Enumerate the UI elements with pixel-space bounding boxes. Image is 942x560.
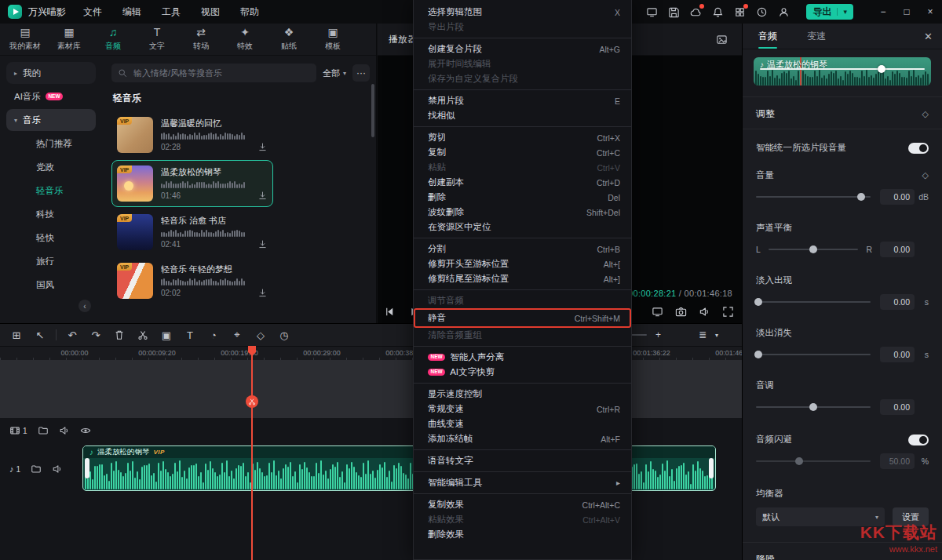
minimize-button[interactable]: − bbox=[871, 0, 895, 24]
download-icon[interactable] bbox=[257, 191, 268, 201]
redo-icon[interactable]: ↷ bbox=[84, 324, 108, 346]
bell-icon[interactable] bbox=[712, 6, 724, 18]
display-icon[interactable] bbox=[652, 306, 663, 318]
volume-value[interactable]: 0.00 bbox=[880, 189, 915, 205]
user-icon[interactable] bbox=[778, 6, 790, 18]
split-icon[interactable] bbox=[131, 324, 155, 346]
balance-slider[interactable] bbox=[769, 249, 859, 250]
marker-icon[interactable]: ⌖ bbox=[225, 324, 249, 346]
undo-icon[interactable]: ↶ bbox=[60, 324, 84, 346]
media-tab-template[interactable]: ▣模板 bbox=[311, 27, 355, 52]
keyframe-diamond-icon[interactable]: ◇ bbox=[922, 109, 929, 119]
pitch-slider[interactable] bbox=[756, 406, 871, 408]
category-item[interactable]: 国风 bbox=[6, 274, 96, 296]
smart-volume-toggle[interactable] bbox=[908, 143, 929, 154]
history-icon[interactable] bbox=[756, 6, 768, 18]
add-text-icon[interactable]: T bbox=[178, 324, 202, 346]
context-menu-item[interactable]: 波纹删除Shift+Del bbox=[414, 205, 631, 220]
filter-dropdown[interactable]: 全部▾ bbox=[323, 67, 346, 79]
search-field[interactable] bbox=[132, 67, 310, 78]
search-input[interactable] bbox=[111, 64, 316, 82]
maximize-button[interactable]: □ bbox=[895, 0, 918, 24]
menubar-item[interactable]: 帮助 bbox=[240, 5, 259, 19]
preview-image-icon[interactable] bbox=[716, 34, 728, 45]
context-menu-item[interactable]: 删除效果 bbox=[414, 527, 631, 542]
music-list-item[interactable]: VIP轻音乐 治愈 书店02:41 bbox=[111, 209, 273, 256]
download-icon[interactable] bbox=[257, 288, 268, 298]
media-tab-stock-media[interactable]: ▦素材库 bbox=[47, 27, 91, 52]
audio-clip-card[interactable]: ♪ 温柔放松的钢琴 bbox=[754, 57, 931, 85]
balance-value[interactable]: 0.00 bbox=[880, 242, 915, 257]
context-menu-item[interactable]: 语音转文字 bbox=[414, 453, 631, 468]
fade-in-slider[interactable] bbox=[756, 301, 871, 303]
folder-icon[interactable] bbox=[31, 464, 42, 475]
context-menu-item[interactable]: 智能编辑工具▸ bbox=[414, 475, 631, 490]
chevron-down-icon[interactable]: ▾ bbox=[715, 332, 718, 339]
music-list-item[interactable]: VIP温馨温暖的回忆02:28 bbox=[111, 111, 273, 158]
category-item[interactable]: 旅行 bbox=[6, 250, 96, 272]
media-tab-my-media[interactable]: ▤我的素材 bbox=[3, 27, 47, 52]
export-button[interactable]: 导出 ▾ bbox=[806, 4, 853, 20]
context-menu-item[interactable]: 选择剪辑范围X bbox=[414, 5, 631, 20]
context-menu-item[interactable]: 复制效果Ctrl+Alt+C bbox=[414, 497, 631, 512]
category-item[interactable]: 轻快 bbox=[6, 227, 96, 249]
equalizer-settings-button[interactable]: 设置 bbox=[893, 507, 929, 526]
volume-icon[interactable] bbox=[699, 306, 710, 318]
context-menu-item[interactable]: 创建副本Ctrl+D bbox=[414, 175, 631, 190]
trim-handle-right[interactable] bbox=[709, 458, 714, 478]
category-item[interactable]: 科技 bbox=[6, 203, 96, 225]
select-tool-icon[interactable]: ↖ bbox=[28, 324, 52, 346]
context-menu-item[interactable]: 常规变速Ctrl+R bbox=[414, 402, 631, 416]
cloud-sync-icon[interactable] bbox=[690, 6, 702, 18]
context-menu-item[interactable]: 曲线变速 bbox=[414, 416, 631, 431]
context-menu-item[interactable]: 修剪结尾至游标位置Alt+] bbox=[414, 271, 631, 286]
context-menu-item[interactable]: 静音Ctrl+Shift+M bbox=[414, 308, 631, 328]
volume-slider[interactable] bbox=[756, 196, 871, 198]
category-item[interactable]: 党政 bbox=[6, 156, 96, 178]
keyframe-icon[interactable]: ◇ bbox=[249, 324, 272, 346]
context-menu-item[interactable]: NEW智能人声分离 bbox=[414, 350, 631, 365]
close-button[interactable]: × bbox=[918, 0, 942, 24]
snapshot-icon[interactable] bbox=[675, 306, 687, 318]
category-item[interactable]: 热门推荐 bbox=[6, 133, 96, 155]
media-bin-icon[interactable]: ⊞ bbox=[5, 324, 28, 346]
media-tab-transition[interactable]: ⇄转场 bbox=[179, 27, 223, 52]
collapse-sidebar-icon[interactable]: ‹ bbox=[78, 300, 91, 312]
media-tab-sticker[interactable]: ❖贴纸 bbox=[267, 27, 311, 52]
context-menu-item[interactable]: NEWAI文字快剪 bbox=[414, 365, 631, 380]
tab-speed[interactable]: 变速 bbox=[807, 24, 826, 49]
menubar-item[interactable]: 视图 bbox=[201, 5, 220, 19]
fullscreen-icon[interactable] bbox=[722, 306, 734, 318]
speaker-icon[interactable] bbox=[59, 425, 70, 436]
category-item[interactable]: AI音乐NEW bbox=[6, 85, 96, 107]
trim-handle-left[interactable] bbox=[85, 458, 89, 478]
apps-icon[interactable] bbox=[734, 6, 746, 18]
fade-in-value[interactable]: 0.00 bbox=[880, 294, 915, 310]
ducking-toggle[interactable] bbox=[908, 435, 929, 445]
pitch-value[interactable]: 0.00 bbox=[880, 399, 915, 415]
chevron-down-icon[interactable]: ▾ bbox=[837, 8, 847, 16]
context-menu-item[interactable]: 创建复合片段Alt+G bbox=[414, 42, 631, 56]
crop-icon[interactable]: ▣ bbox=[155, 324, 178, 346]
fade-out-value[interactable]: 0.00 bbox=[880, 347, 915, 362]
context-menu-item[interactable]: 分割Ctrl+B bbox=[414, 242, 631, 256]
download-icon[interactable] bbox=[257, 239, 268, 249]
context-menu-item[interactable]: 添加冻结帧Alt+F bbox=[414, 431, 631, 446]
record-timer-icon[interactable]: ◷ bbox=[272, 324, 296, 346]
save-icon[interactable] bbox=[668, 6, 680, 18]
media-tab-effects[interactable]: ✦特效 bbox=[223, 27, 267, 52]
card-trim-slider[interactable] bbox=[760, 68, 925, 70]
delete-icon[interactable] bbox=[108, 324, 131, 346]
speaker-icon[interactable] bbox=[52, 464, 63, 475]
more-options-icon[interactable]: ··· bbox=[352, 64, 370, 82]
tab-audio[interactable]: 音频 bbox=[758, 24, 777, 49]
menubar-item[interactable]: 工具 bbox=[162, 5, 181, 19]
media-tab-audio[interactable]: ♫音频 bbox=[91, 27, 135, 52]
track-manager-icon[interactable]: ≣ bbox=[699, 329, 706, 340]
cut-scissors-icon[interactable] bbox=[246, 395, 258, 408]
music-list-item[interactable]: VIP轻音乐 年轻的梦想02:02 bbox=[111, 257, 273, 304]
context-menu-item[interactable]: 找相似 bbox=[414, 108, 631, 123]
menubar-item[interactable]: 文件 bbox=[83, 5, 102, 19]
skip-back-icon[interactable] bbox=[384, 306, 396, 318]
context-menu-item[interactable]: 复制Ctrl+C bbox=[414, 145, 631, 160]
